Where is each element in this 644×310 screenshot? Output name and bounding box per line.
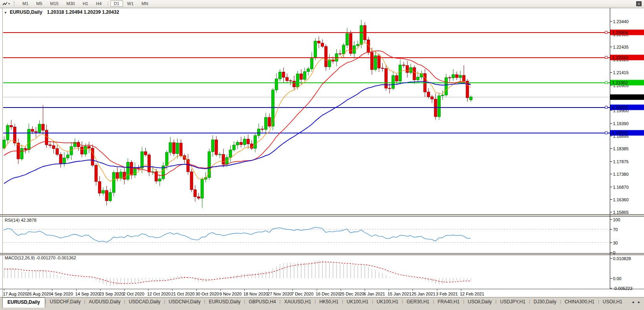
hline-price-label: 1.23004 [612, 30, 628, 35]
candle-bullish [356, 44, 359, 46]
candle-bearish [105, 190, 108, 201]
candle-bearish [10, 126, 13, 127]
candle-bearish [282, 72, 285, 77]
date-tick-label: 16 Dec 2020 [316, 292, 340, 296]
candle-bearish [406, 66, 409, 73]
candle-bearish [325, 46, 327, 67]
candle-bullish [169, 142, 172, 152]
candle-bullish [20, 148, 23, 159]
rsi-label: RSI(14) 42.3878 [5, 218, 37, 222]
candle-bullish [314, 41, 317, 58]
candle-bearish [130, 162, 133, 175]
chart-tab-AUDUSD-Daily[interactable]: AUDUSD,Daily [85, 297, 124, 306]
rsi-tick-label: 30 [613, 241, 618, 245]
candle-bearish [289, 80, 292, 81]
hline-handle[interactable] [605, 106, 607, 109]
timeframe-button-MN[interactable]: MN [138, 0, 152, 7]
candle-bullish [470, 97, 472, 100]
candle-bullish [399, 65, 402, 81]
candle-bullish [257, 129, 260, 136]
window-menu-icon[interactable]: ▼ [4, 11, 7, 15]
candle-bullish [254, 135, 257, 148]
candle-bearish [215, 140, 218, 155]
candle-bearish [56, 149, 59, 155]
hline-price-label: 1.22010 [612, 55, 628, 60]
hline-handle[interactable] [605, 31, 607, 34]
candle-bearish [59, 154, 62, 164]
date-tick-label: 26 Aug 2020 [27, 292, 51, 296]
chart-symbol-period: EURUSD,Daily [10, 9, 42, 15]
candle-bearish [388, 88, 391, 89]
price-tick-label: 1.18385 [613, 146, 629, 151]
candle-bullish [84, 146, 87, 154]
candle-bullish [141, 151, 143, 168]
chart-window: 1.234401.229301.224351.219251.214151.209… [0, 8, 644, 297]
price-tick-label: 1.19390 [613, 121, 629, 126]
timeframe-button-M1[interactable]: M1 [19, 0, 32, 7]
chart-canvas[interactable]: 1.234401.229301.224351.219251.214151.209… [0, 8, 644, 297]
macd-label: MACD(12,26,9) -0.001270 -0.001362 [5, 255, 76, 260]
candle-bullish [112, 173, 115, 193]
chart-tab-UK100-H1[interactable]: UK100,H1 [343, 297, 372, 306]
candle-bearish [91, 148, 94, 165]
chart-objects-icon[interactable] [2, 1, 8, 6]
candle-bullish [236, 142, 239, 145]
chart-tab-HK50-H1[interactable]: HK50,H1 [316, 297, 342, 306]
chart-tab-CHINA300-H1[interactable]: CHINA300,H1 [561, 297, 598, 306]
date-tick-label: 27 Nov 2020 [268, 292, 292, 296]
candle-bearish [247, 139, 250, 144]
candle-bearish [187, 159, 189, 171]
tab-scroll-controls: ◄► [631, 297, 644, 307]
chart-tab-EURUSD-Daily[interactable]: EURUSD,Daily [2, 297, 45, 308]
timeframe-button-W1[interactable]: W1 [124, 0, 138, 7]
candle-bearish [98, 182, 101, 193]
timeframe-group: M1M5M15M30H1H4D1W1MN [18, 0, 152, 7]
toolbar-overflow-icon[interactable]: » [636, 1, 642, 6]
chart-tab-XAUUSD-H1[interactable]: XAUUSD,H1 [281, 297, 315, 306]
tab-scroll-left-icon[interactable]: ◄ [631, 300, 635, 304]
candle-bearish [197, 197, 200, 198]
tab-scroll-right-icon[interactable]: ► [637, 300, 641, 304]
chart-tab-UK100-H1[interactable]: UK100,H1 [373, 297, 402, 306]
candle-bullish [243, 139, 246, 144]
timeframe-button-M30[interactable]: M30 [63, 0, 78, 7]
chart-tab-USDCAD-Daily[interactable]: USDCAD,Daily [125, 297, 164, 306]
timeframe-button-D1[interactable]: D1 [110, 0, 123, 7]
price-tick-label: 1.16870 [613, 185, 629, 190]
candle-bearish [427, 92, 430, 97]
chart-tab-GER30-H1[interactable]: GER30,H1 [403, 297, 433, 306]
timeframe-button-M15[interactable]: M15 [47, 0, 62, 7]
chart-tab-GBPUSD-H4[interactable]: GBPUSD,H4 [245, 297, 279, 306]
toolbar-separator [108, 1, 108, 6]
chart-objects-dropdown-icon[interactable]: ▾ [8, 2, 10, 5]
chart-ohlc-values: 1.20318 1.20494 1.20239 1.20432 [47, 9, 119, 15]
candle-bearish [317, 41, 320, 43]
chart-tab-DJ30-Daily[interactable]: DJ30,Daily [530, 297, 560, 306]
candle-bullish [38, 124, 41, 132]
candle-bullish [279, 72, 281, 79]
chart-tab-USDJPY-H1[interactable]: USDJPY,H1 [497, 297, 529, 306]
hline-handle[interactable] [605, 82, 607, 84]
date-tick-label: 18 Nov 2020 [244, 292, 268, 296]
candle-bearish [339, 54, 341, 54]
candle-bearish [462, 75, 465, 81]
candle-bullish [158, 179, 161, 181]
chart-tab-FRA40-H1[interactable]: FRA40,H1 [434, 297, 463, 306]
hline-handle[interactable] [605, 132, 607, 134]
chart-tab-USDCHF-Daily[interactable]: USDCHF,Daily [46, 297, 84, 306]
chart-tab-USDCNH-Daily[interactable]: USDCNH,Daily [165, 297, 204, 306]
candle-bearish [95, 165, 97, 182]
candle-bearish [434, 99, 437, 117]
chart-tab-USOil-Daily[interactable]: USOil,Daily [464, 297, 495, 306]
candle-bullish [275, 79, 278, 90]
candle-bearish [88, 146, 90, 148]
timeframe-button-M5[interactable]: M5 [33, 0, 46, 7]
hline-handle[interactable] [605, 57, 607, 59]
candle-bearish [448, 78, 451, 78]
chart-tab-EURUSD-Daily[interactable]: EURUSD,Daily [205, 297, 244, 306]
timeframe-button-H1[interactable]: H1 [79, 0, 92, 7]
macd-tick-label: -0.005223 [613, 286, 633, 291]
chart-tab-USOil-H1[interactable]: USOil,H1 [599, 297, 626, 306]
timeframe-button-H4[interactable]: H4 [92, 0, 105, 7]
candle-bearish [431, 97, 433, 99]
